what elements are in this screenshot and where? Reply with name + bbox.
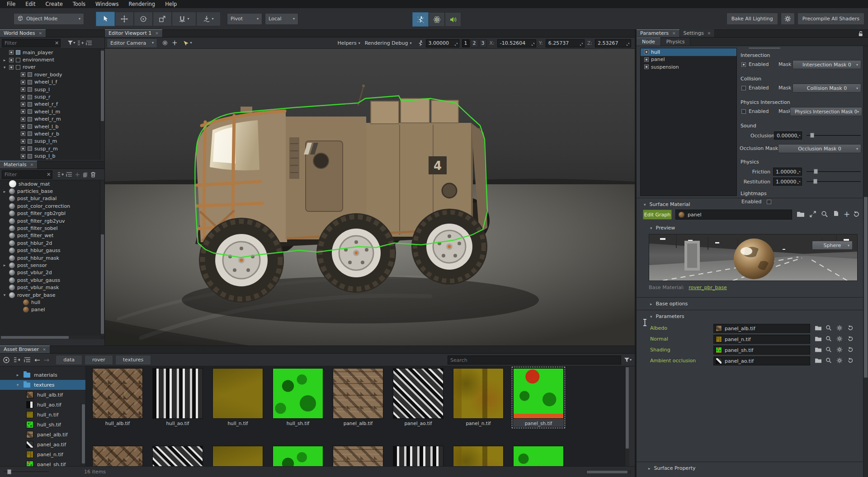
- subtab-physics[interactable]: Physics: [661, 37, 691, 46]
- material-row[interactable]: post_filter_rgb2rgbl: [0, 210, 104, 217]
- asset-grid-cell[interactable]: panel_n.tif: [453, 368, 504, 427]
- find-asset-icon[interactable]: [826, 346, 832, 353]
- asset-grid-cell[interactable]: [333, 446, 383, 466]
- surface-row[interactable]: panel: [641, 56, 736, 64]
- tab-world-nodes[interactable]: World Nodes✕: [0, 29, 46, 37]
- play-world-button[interactable]: [412, 12, 429, 27]
- node-enabled-checkbox[interactable]: [21, 139, 25, 144]
- lock-icon[interactable]: [858, 31, 863, 38]
- back-icon[interactable]: ←: [34, 356, 40, 364]
- close-icon[interactable]: ✕: [672, 31, 676, 36]
- asset-grid-cell[interactable]: [212, 446, 263, 466]
- material-row[interactable]: post_blur_radial: [0, 195, 104, 202]
- lightmaps-enabled-checkbox[interactable]: [767, 200, 771, 204]
- asset-grid-hscrollbar[interactable]: [586, 470, 631, 474]
- surface-row[interactable]: suspension: [641, 63, 736, 71]
- expander-icon[interactable]: ▸: [15, 373, 20, 377]
- world-node-row[interactable]: rover_body: [0, 71, 104, 78]
- world-node-row[interactable]: wheel_r_m: [0, 116, 104, 123]
- clear-filter-icon[interactable]: ✕: [47, 172, 51, 178]
- surface-enabled-checkbox[interactable]: [644, 65, 649, 69]
- expand-all-icon[interactable]: [86, 40, 92, 46]
- asset-file-row[interactable]: hull_alb.tif: [0, 390, 85, 400]
- material-row[interactable]: ▾ rover_pbr_base: [0, 291, 104, 299]
- expander-icon[interactable]: ▸: [2, 58, 7, 62]
- material-row[interactable]: hull: [0, 299, 104, 306]
- world-node-row[interactable]: ▸ environment: [0, 56, 104, 63]
- world-node-row[interactable]: susp_l: [0, 86, 104, 93]
- surface-material-header[interactable]: ▾Surface Material: [644, 201, 690, 207]
- menu-item[interactable]: Windows: [90, 0, 123, 8]
- material-row[interactable]: ▸ particles_base: [0, 187, 104, 195]
- asset-grid-cell[interactable]: [513, 446, 564, 466]
- asset-file-row[interactable]: panel_sh.tif: [0, 459, 85, 466]
- breadcrumb-item[interactable]: textures: [115, 355, 151, 365]
- node-enabled-checkbox[interactable]: [21, 146, 25, 151]
- add-viewport-icon[interactable]: +: [172, 39, 178, 47]
- material-row[interactable]: post_color_correction: [0, 202, 104, 210]
- camera-select[interactable]: Editor Camera▾: [107, 38, 157, 48]
- asset-grid-cell[interactable]: panel_sh.tif: [513, 368, 564, 427]
- world-node-row[interactable]: wheel_r_f: [0, 101, 104, 108]
- node-enabled-checkbox[interactable]: [21, 131, 25, 136]
- asset-file-row[interactable]: panel_ao.tif: [0, 440, 85, 449]
- base-material-link[interactable]: rover_pbr_base: [689, 285, 727, 290]
- friction-field[interactable]: 1.00000: [773, 168, 802, 176]
- camera-settings-icon[interactable]: [162, 40, 168, 46]
- restitution-field[interactable]: 1.00000: [773, 178, 802, 186]
- asset-grid-cell[interactable]: hull_ao.tif: [152, 368, 203, 427]
- material-row[interactable]: post_hblur_gauss: [0, 247, 104, 254]
- breadcrumb-item[interactable]: data: [56, 355, 82, 365]
- collapse-all-icon[interactable]: [14, 357, 20, 363]
- asset-grid-cell[interactable]: [453, 446, 504, 466]
- folder-open-icon[interactable]: [815, 325, 822, 331]
- texture-param-field[interactable]: panel_n.tif: [713, 335, 810, 344]
- texture-param-field[interactable]: panel_sh.tif: [713, 346, 810, 355]
- world-node-row[interactable]: wheel_l_m: [0, 108, 104, 115]
- reset-texture-icon[interactable]: [847, 357, 854, 364]
- asset-grid-cell[interactable]: panel_alb.tif: [333, 368, 383, 427]
- tab-asset-browser[interactable]: Asset Browser✕: [0, 346, 50, 353]
- speed-preset-2[interactable]: 2: [471, 39, 478, 47]
- world-node-row[interactable]: ▾ rover: [0, 64, 104, 71]
- delete-material-icon[interactable]: [90, 172, 96, 178]
- expand-all-icon[interactable]: [66, 172, 72, 177]
- node-enabled-checkbox[interactable]: [9, 50, 14, 55]
- asset-grid-cell[interactable]: hull_alb.tif: [92, 368, 143, 427]
- add-material-icon[interactable]: +: [844, 210, 850, 219]
- collision-mask-select[interactable]: Collision Mask 0▾: [793, 84, 861, 93]
- add-material-icon[interactable]: +: [75, 171, 80, 178]
- occlusion-mask-select[interactable]: Occlusion Mask 0▾: [778, 144, 861, 153]
- expander-icon[interactable]: ▾: [2, 293, 7, 297]
- node-enabled-checkbox[interactable]: [9, 65, 14, 70]
- camera-speed-field[interactable]: 3.00000: [426, 39, 459, 47]
- texture-param-field[interactable]: panel_alb.tif: [713, 324, 810, 333]
- rotate-tool-button[interactable]: [134, 12, 153, 26]
- texture-settings-icon[interactable]: [836, 357, 843, 364]
- occlusion-field[interactable]: 0.00000: [774, 131, 802, 140]
- thumbnail-size-slider[interactable]: [4, 469, 49, 475]
- folder-open-icon[interactable]: [815, 336, 822, 342]
- preview-header[interactable]: ▾Preview: [650, 225, 675, 231]
- collapse-all-icon[interactable]: [57, 172, 64, 177]
- subtab-node[interactable]: Node: [637, 37, 661, 46]
- materials-scrollbar[interactable]: [100, 180, 104, 336]
- world-nodes-filter-input[interactable]: [2, 39, 61, 47]
- folder-tree-scrollbar[interactable]: [81, 403, 85, 466]
- texture-param-field[interactable]: panel_ao.tif: [713, 356, 810, 365]
- expander-icon[interactable]: ▾: [2, 65, 7, 70]
- close-icon[interactable]: ✕: [42, 347, 46, 352]
- collapse-all-icon[interactable]: [77, 40, 84, 46]
- base-options-header[interactable]: ▸Base options: [650, 301, 688, 307]
- physics-intersection-enabled-checkbox[interactable]: [741, 109, 746, 114]
- bake-all-lighting-button[interactable]: Bake All Lighting: [726, 13, 778, 25]
- world-node-row[interactable]: main_player: [0, 49, 104, 56]
- material-row[interactable]: post_vblur_2d: [0, 269, 104, 276]
- physics-intersection-mask-select[interactable]: Physics Intersection Mask 0▾: [790, 107, 862, 116]
- asset-grid-cell[interactable]: hull_n.tif: [212, 368, 263, 427]
- asset-file-row[interactable]: hull_n.tif: [0, 410, 85, 420]
- space-select[interactable]: Local▾: [265, 13, 298, 25]
- tab-parameters[interactable]: Parameters✕: [637, 29, 680, 37]
- clear-filter-icon[interactable]: ✕: [55, 40, 59, 46]
- snap-tool-button[interactable]: ▾: [172, 12, 196, 26]
